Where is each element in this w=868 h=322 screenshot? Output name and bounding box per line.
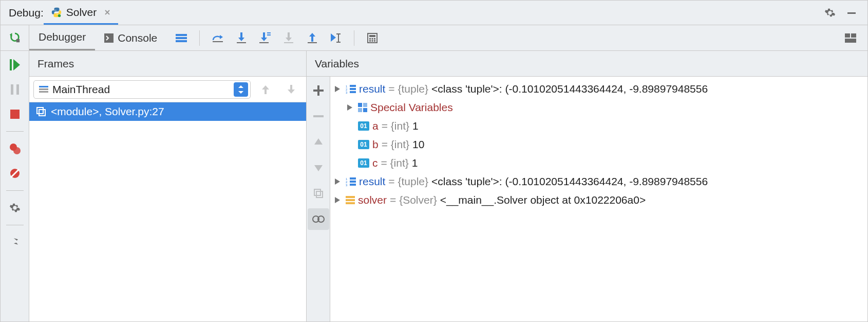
- frame-down-icon[interactable]: [280, 79, 302, 100]
- svg-rect-61: [363, 103, 367, 107]
- view-breakpoints-icon[interactable]: [4, 138, 26, 159]
- run-config-name: Solver: [66, 6, 97, 19]
- watch-up-icon[interactable]: [308, 131, 329, 153]
- int-icon: 01: [358, 121, 369, 131]
- svg-rect-12: [267, 32, 271, 33]
- variable-row[interactable]: 01 a = {int} 1: [330, 117, 867, 135]
- svg-rect-68: [350, 181, 356, 183]
- variable-name: c: [372, 157, 378, 169]
- svg-rect-11: [259, 42, 269, 43]
- pin-icon[interactable]: [4, 231, 26, 253]
- force-step-into-icon[interactable]: [278, 27, 299, 49]
- settings-icon[interactable]: [4, 197, 26, 219]
- step-into-icon[interactable]: [231, 27, 252, 49]
- variable-name: solver: [358, 194, 387, 206]
- resume-icon[interactable]: [4, 54, 26, 76]
- chevron-updown-icon: [234, 82, 248, 97]
- frame-row[interactable]: <module>, Solver.py:27: [29, 102, 306, 121]
- layout-settings-icon[interactable]: [840, 27, 861, 49]
- svg-rect-63: [363, 108, 367, 112]
- watch-down-icon[interactable]: [308, 157, 329, 178]
- svg-rect-26: [369, 40, 371, 42]
- svg-rect-71: [346, 199, 355, 201]
- step-out-icon[interactable]: [301, 27, 323, 49]
- variable-row[interactable]: 123 result = {tuple} <class 'tuple'>: (-…: [330, 172, 867, 191]
- variable-row[interactable]: 01 b = {int} 10: [330, 135, 867, 154]
- svg-text:3: 3: [346, 91, 348, 94]
- svg-rect-69: [350, 184, 356, 186]
- show-watches-icon[interactable]: [308, 208, 329, 230]
- svg-rect-50: [314, 189, 320, 195]
- svg-text:3: 3: [346, 184, 348, 186]
- special-icon: [358, 103, 367, 112]
- evaluate-expression-icon[interactable]: [362, 27, 383, 49]
- run-to-cursor-icon[interactable]: [325, 27, 347, 49]
- debugger-toolbar: Debugger Console: [1, 25, 867, 51]
- titlebar-label: Debug:: [9, 7, 44, 19]
- variable-type: = {tuple}: [388, 83, 428, 95]
- step-into-my-code-icon[interactable]: [254, 27, 276, 49]
- svg-rect-59: [350, 91, 356, 93]
- run-config-tab[interactable]: Solver: [44, 1, 119, 25]
- step-over-icon[interactable]: [207, 27, 229, 49]
- tuple-icon: 123: [346, 84, 356, 94]
- svg-rect-29: [845, 33, 850, 38]
- add-watch-icon[interactable]: [308, 80, 329, 101]
- variable-type: = {int}: [382, 120, 409, 132]
- frames-header: Frames: [29, 51, 306, 77]
- int-icon: 01: [358, 158, 369, 168]
- svg-rect-45: [37, 108, 43, 114]
- expand-icon[interactable]: [332, 197, 343, 203]
- variable-row[interactable]: 123 result = {tuple} <class 'tuple'>: (-…: [330, 80, 867, 98]
- variables-tree[interactable]: 123 result = {tuple} <class 'tuple'>: (-…: [330, 77, 867, 321]
- rerun-icon[interactable]: [4, 27, 26, 49]
- svg-rect-42: [39, 91, 48, 93]
- variable-name: b: [372, 138, 379, 151]
- tab-debugger[interactable]: Debugger: [29, 25, 95, 50]
- svg-rect-1: [847, 12, 856, 14]
- remove-watch-icon[interactable]: [308, 105, 329, 127]
- svg-rect-72: [346, 202, 355, 204]
- int-icon: 01: [358, 140, 369, 149]
- expand-icon[interactable]: [345, 104, 355, 111]
- variables-toolbar: [307, 77, 330, 321]
- debug-titlebar: Debug: Solver: [1, 1, 867, 25]
- svg-rect-4: [176, 34, 187, 36]
- svg-rect-46: [39, 110, 45, 116]
- svg-rect-15: [284, 42, 293, 43]
- svg-rect-2: [16, 39, 19, 42]
- svg-rect-32: [10, 59, 12, 70]
- frame-icon: [36, 107, 46, 116]
- duplicate-watch-icon[interactable]: [308, 183, 329, 204]
- svg-rect-51: [316, 191, 323, 198]
- stop-icon[interactable]: [4, 103, 26, 125]
- variable-type: = {int}: [381, 157, 409, 169]
- svg-rect-58: [350, 88, 356, 90]
- tab-console[interactable]: Console: [95, 25, 166, 50]
- variable-row[interactable]: 01 c = {int} 1: [330, 154, 867, 172]
- debug-settings-icon[interactable]: [819, 2, 841, 24]
- close-icon[interactable]: [104, 9, 111, 16]
- expand-icon[interactable]: [332, 178, 343, 185]
- expand-icon[interactable]: [332, 86, 343, 92]
- frame-up-icon[interactable]: [255, 79, 276, 100]
- variable-value: 1: [412, 120, 419, 132]
- svg-rect-60: [358, 103, 362, 107]
- svg-rect-57: [350, 85, 356, 87]
- svg-rect-24: [372, 38, 373, 40]
- pause-icon[interactable]: [4, 79, 26, 100]
- minimize-icon[interactable]: [841, 2, 862, 24]
- object-icon: [346, 196, 355, 204]
- thread-selector[interactable]: MainThread: [33, 80, 251, 99]
- console-icon: [104, 33, 114, 43]
- svg-rect-28: [374, 40, 375, 42]
- svg-rect-41: [39, 88, 48, 90]
- mute-breakpoints-icon[interactable]: [4, 163, 26, 184]
- thread-icon: [39, 86, 48, 93]
- threads-icon[interactable]: [171, 27, 192, 49]
- variable-row[interactable]: solver = {Solver} <__main__.Solver objec…: [330, 191, 867, 209]
- svg-rect-13: [267, 34, 271, 35]
- variable-row[interactable]: Special Variables: [330, 98, 867, 117]
- frame-label: <module>, Solver.py:27: [51, 105, 164, 118]
- svg-rect-35: [10, 110, 20, 119]
